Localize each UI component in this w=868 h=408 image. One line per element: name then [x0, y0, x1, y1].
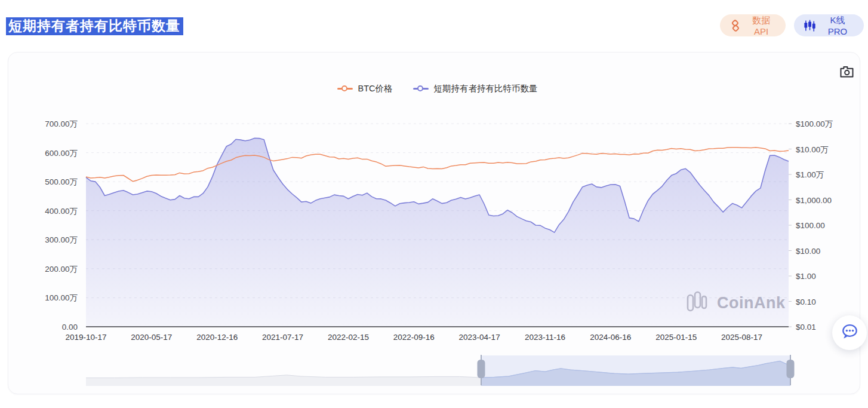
y-axis-label-left: 0.00 [8, 323, 78, 332]
y-axis-label-right: $100.00万 [796, 119, 833, 128]
legend-item-btc-price[interactable]: BTC价格 [337, 83, 393, 94]
y-axis-label-left: 600.00万 [8, 149, 78, 158]
x-axis-label: 2023-11-16 [525, 333, 565, 342]
screenshot-camera-button[interactable] [836, 63, 857, 82]
x-axis-label: 2025-01-15 [655, 333, 697, 342]
coinank-watermark: CoinAnk [686, 290, 786, 315]
chart-plot-area[interactable] [8, 53, 861, 395]
chart-legend: BTC价格 短期持有者持有比特币数量 [86, 83, 789, 94]
datazoom-handle-right[interactable] [787, 360, 795, 378]
chat-bubble-icon [839, 322, 860, 344]
x-axis-label: 2020-12-16 [196, 333, 238, 342]
legend-item-sth-supply[interactable]: 短期持有者持有比特币数量 [413, 83, 538, 94]
y-axis-label-right: $10.00 [796, 247, 820, 256]
y-axis-label-right: $1.00 [796, 272, 816, 281]
coinank-watermark-text: CoinAnk [717, 294, 786, 312]
page-title-text: 短期持有者持有比特币数量 [6, 17, 183, 35]
y-axis-label-right: $0.10 [796, 297, 816, 306]
y-axis-label-right: $0.01 [796, 323, 816, 332]
x-axis-label: 2020-05-17 [131, 333, 172, 342]
page-title: 短期持有者持有比特币数量 [6, 17, 183, 35]
y-axis-label-left: 300.00万 [8, 235, 78, 244]
y-axis-label-left: 400.00万 [8, 207, 78, 216]
data-api-label: 数据API [746, 15, 776, 36]
x-axis-label: 2025-08-17 [721, 333, 762, 342]
right-axis-ticks [789, 124, 792, 327]
chart-card: BTC价格 短期持有者持有比特币数量 CoinAnk 700.00万600.00… [8, 52, 860, 394]
coinank-logo-icon [686, 290, 711, 315]
x-axis-label: 2023-04-17 [459, 333, 500, 342]
y-axis-label-right: $1.00万 [796, 170, 824, 179]
x-axis-label: 2022-02-15 [328, 333, 369, 342]
x-axis-label: 2019-10-17 [65, 333, 106, 342]
y-axis-label-left: 700.00万 [8, 119, 78, 128]
x-axis-label: 2021-07-17 [262, 333, 303, 342]
y-axis-label-right: $1,000.00 [796, 196, 832, 205]
x-axis-label: 2024-06-16 [590, 333, 631, 342]
y-axis-label-right: $100.00 [796, 221, 825, 230]
legend-label-btc-price: BTC价格 [358, 83, 393, 94]
y-axis-label-left: 500.00万 [8, 177, 78, 186]
kline-pro-button[interactable]: K线 PRO [794, 14, 864, 36]
api-knot-icon [730, 20, 741, 32]
data-api-button[interactable]: 数据API [720, 14, 786, 36]
kline-pro-label: K线 PRO [821, 15, 854, 36]
y-axis-label-left: 100.00万 [8, 293, 78, 302]
legend-marker-sth-supply [413, 85, 429, 93]
y-axis-label-right: $10.00万 [796, 145, 829, 154]
camera-icon [839, 65, 854, 80]
sth-supply-area [86, 138, 789, 327]
y-axis-label-left: 200.00万 [8, 265, 78, 274]
x-axis-label: 2022-09-16 [393, 333, 435, 342]
chat-button[interactable] [832, 315, 867, 350]
datazoom-handle-left[interactable] [477, 360, 485, 378]
legend-label-sth-supply: 短期持有者持有比特币数量 [434, 83, 538, 94]
datazoom-slider[interactable] [86, 355, 795, 386]
legend-marker-btc-price [337, 85, 353, 93]
candlestick-icon [804, 20, 816, 32]
